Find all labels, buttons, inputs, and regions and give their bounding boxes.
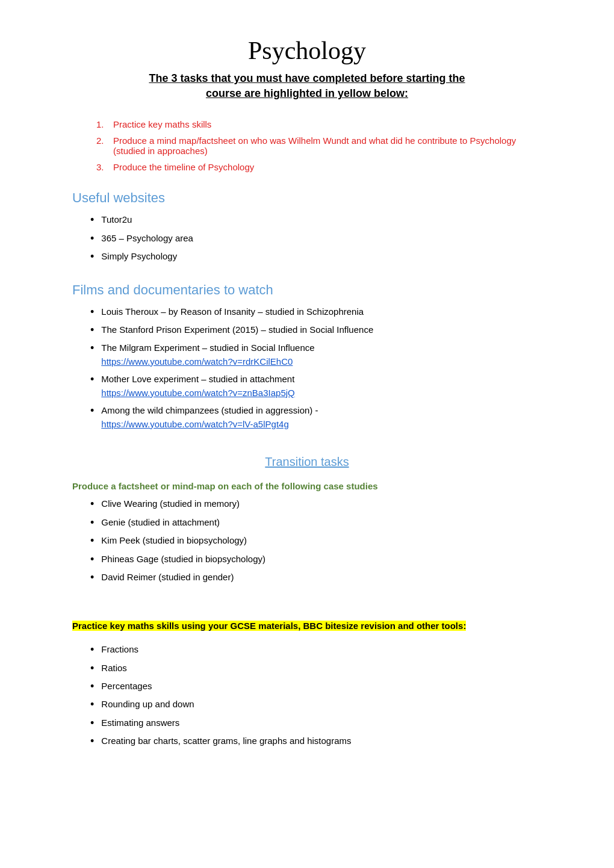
subtitle-line2: course are highlighted in yellow below: [206, 87, 408, 99]
films-list: Louis Theroux – by Reason of Insanity – … [90, 305, 542, 432]
maths-item-6: Creating bar charts, scatter grams, line… [90, 734, 542, 748]
case-study-4: Phineas Gage (studied in biopsychology) [90, 553, 542, 566]
intro-task-list: 1. Practice key maths skills 2. Produce … [96, 119, 542, 172]
film-item-2: The Stanford Prison Experiment (2015) – … [90, 323, 542, 337]
film-link-2[interactable]: https://www.youtube.com/watch?v=znBa3Iap… [101, 388, 294, 398]
film-link-1[interactable]: https://www.youtube.com/watch?v=rdrKCilE… [101, 356, 293, 367]
film-item-1: Louis Theroux – by Reason of Insanity – … [90, 305, 542, 319]
case-studies-list: Clive Wearing (studied in memory) Genie … [90, 497, 542, 584]
intro-task-2: 2. Produce a mind map/factsheet on who w… [96, 135, 542, 156]
page-subtitle: The 3 tasks that you must have completed… [72, 71, 542, 101]
film-item-5: Among the wild chimpanzees (studied in a… [90, 404, 542, 431]
maths-item-4: Rounding up and down [90, 698, 542, 711]
website-item-1: Tutor2u [90, 213, 542, 227]
useful-websites-heading: Useful websites [72, 190, 542, 206]
page-title: Psychology [72, 36, 542, 65]
maths-item-3: Percentages [90, 680, 542, 693]
case-study-5: David Reimer (studied in gender) [90, 571, 542, 584]
film-item-4: Mother Love experiment – studied in atta… [90, 373, 542, 400]
transition-heading: Transition tasks [72, 455, 542, 469]
case-study-2: Genie (studied in attachment) [90, 516, 542, 530]
maths-item-2: Ratios [90, 662, 542, 675]
subtitle-line1: The 3 tasks that you must have completed… [149, 72, 465, 84]
maths-heading: Practice key maths skills using your GCS… [72, 621, 466, 631]
films-heading: Films and documentaries to watch [72, 282, 542, 298]
intro-task-3: 3. Produce the timeline of Psychology [96, 162, 542, 172]
website-item-2: 365 – Psychology area [90, 232, 542, 246]
maths-list: Fractions Ratios Percentages Rounding up… [90, 643, 542, 748]
case-studies-heading: Produce a factsheet or mind-map on each … [72, 481, 542, 491]
maths-item-5: Estimating answers [90, 716, 542, 730]
useful-websites-list: Tutor2u 365 – Psychology area Simply Psy… [90, 213, 542, 264]
website-item-3: Simply Psychology [90, 250, 542, 264]
intro-task-1: 1. Practice key maths skills [96, 119, 542, 129]
film-link-3[interactable]: https://www.youtube.com/watch?v=lV-a5lPg… [101, 419, 288, 429]
maths-item-1: Fractions [90, 643, 542, 657]
film-item-3: The Milgram Experiment – studied in Soci… [90, 341, 542, 368]
case-study-1: Clive Wearing (studied in memory) [90, 497, 542, 511]
case-study-3: Kim Peek (studied in biopsychology) [90, 534, 542, 548]
